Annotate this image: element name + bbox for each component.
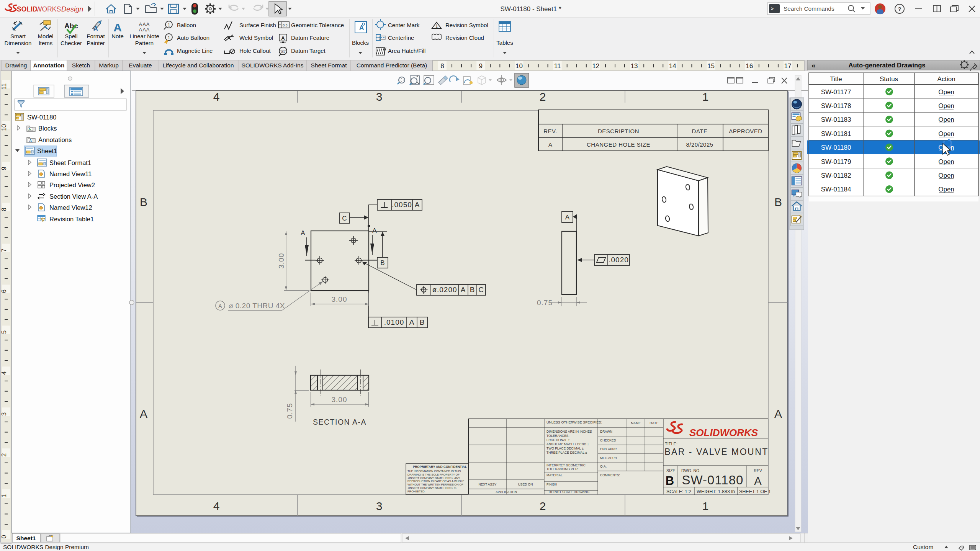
svg-text:13: 13	[631, 62, 638, 70]
svg-text:Pattern: Pattern	[135, 40, 154, 46]
svg-text:BAR - VALVE MOUNT: BAR - VALVE MOUNT	[664, 447, 769, 457]
svg-text:Dimension: Dimension	[5, 40, 32, 46]
svg-text:AAA: AAA	[139, 27, 150, 33]
svg-text:⌀ 0.20 THRU 4X: ⌀ 0.20 THRU 4X	[229, 302, 285, 310]
svg-text:Surface Finish: Surface Finish	[239, 22, 276, 28]
svg-text:4: 4	[213, 500, 220, 512]
svg-text:PROPRIETARY AND CONFIDENTIAL: PROPRIETARY AND CONFIDENTIAL	[413, 465, 467, 469]
svg-text:Items: Items	[39, 40, 53, 46]
svg-text:4: 4	[1, 371, 7, 375]
svg-text:Open: Open	[938, 116, 954, 123]
svg-text:TWO PLACE DECIMAL ±: TWO PLACE DECIMAL ±	[546, 446, 584, 450]
svg-text:PROHIBITED.: PROHIBITED.	[407, 490, 425, 493]
svg-text:Linear Note: Linear Note	[129, 33, 159, 39]
svg-text:8: 8	[1, 208, 7, 211]
svg-text:B: B	[140, 196, 147, 208]
svg-text:A: A	[565, 214, 570, 221]
svg-text:Format: Format	[87, 33, 105, 39]
svg-text:SCALE: 1:2: SCALE: 1:2	[666, 489, 691, 494]
svg-text:Open: Open	[938, 158, 954, 165]
svg-text:DATE: DATE	[650, 421, 658, 425]
svg-text:Title: Title	[830, 75, 842, 83]
svg-text:Weld Symbol: Weld Symbol	[239, 34, 273, 41]
svg-text:Revision Cloud: Revision Cloud	[445, 34, 484, 41]
svg-text:3.00: 3.00	[332, 396, 347, 404]
svg-text:SW-01178: SW-01178	[821, 102, 851, 110]
svg-text:TOLERANCES:: TOLERANCES:	[546, 434, 569, 438]
svg-text:DIMENSIONS ARE IN INCHES: DIMENSIONS ARE IN INCHES	[546, 430, 592, 433]
svg-text:INTERPRET GEOMETRIC: INTERPRET GEOMETRIC	[546, 463, 586, 467]
svg-text:APPLICATION: APPLICATION	[496, 490, 517, 494]
svg-text:11: 11	[1, 83, 7, 90]
svg-text:3: 3	[1, 412, 7, 416]
svg-text:>_: >_	[771, 6, 776, 11]
svg-text:Note: Note	[111, 33, 124, 39]
svg-text:Design: Design	[61, 5, 83, 13]
svg-text:MFG APPR.: MFG APPR.	[600, 456, 618, 460]
svg-text:A: A	[218, 303, 222, 309]
svg-text:A: A	[774, 407, 782, 420]
svg-text:.0020: .0020	[609, 256, 629, 264]
svg-text:SW-01182: SW-01182	[821, 172, 851, 179]
svg-text:10: 10	[515, 62, 523, 70]
svg-text:TOLERANCING PER:: TOLERANCING PER:	[546, 467, 578, 471]
svg-text:Search Commands: Search Commands	[784, 5, 834, 12]
svg-text:C: C	[342, 215, 347, 222]
svg-text:Evaluate: Evaluate	[129, 62, 152, 69]
svg-text:Open: Open	[938, 172, 954, 179]
svg-text:THREE PLACE DECIMAL ±: THREE PLACE DECIMAL ±	[546, 451, 587, 455]
svg-text:1: 1	[168, 35, 170, 40]
svg-text:Action: Action	[937, 75, 955, 83]
svg-text:WORKS: WORKS	[36, 5, 61, 13]
svg-text:SW-01180: SW-01180	[27, 114, 56, 121]
svg-text:ANGULAR: MACH ± BEND ±: ANGULAR: MACH ± BEND ±	[546, 442, 589, 446]
svg-text:DWG. NO.: DWG. NO.	[681, 468, 700, 473]
svg-text:Open: Open	[938, 102, 954, 110]
svg-text:Geometric Tolerance: Geometric Tolerance	[291, 22, 344, 28]
svg-text:C: C	[478, 286, 484, 294]
svg-text:1: 1	[435, 24, 438, 28]
svg-text:8: 8	[440, 62, 444, 70]
svg-text:Drawing: Drawing	[5, 62, 27, 69]
svg-text:0.75: 0.75	[537, 299, 553, 307]
svg-text:0.75: 0.75	[286, 403, 294, 419]
svg-text:9: 9	[1, 167, 7, 170]
svg-text:11: 11	[554, 62, 561, 70]
svg-text:Center Mark: Center Mark	[388, 22, 420, 28]
svg-text:Smart: Smart	[10, 33, 26, 39]
svg-text:Auto Balloon: Auto Balloon	[177, 34, 209, 41]
svg-text:A: A	[461, 286, 466, 294]
svg-text:A: A	[409, 318, 415, 326]
svg-text:FRACTIONAL ±: FRACTIONAL ±	[546, 438, 570, 442]
svg-text:DRAWING IS THE SOLE PROPERTY O: DRAWING IS THE SOLE PROPERTY OF	[407, 473, 460, 476]
svg-text:COMMENTS:: COMMENTS:	[600, 473, 620, 477]
svg-text:Annotation: Annotation	[33, 62, 65, 69]
svg-text:DRAWN: DRAWN	[600, 430, 612, 433]
svg-text:SOLIDWORKS Add-Ins: SOLIDWORKS Add-Ins	[242, 62, 304, 69]
svg-text:17: 17	[784, 62, 792, 70]
svg-text:ENG APPR.: ENG APPR.	[600, 447, 618, 451]
svg-text:Q.A.: Q.A.	[600, 464, 607, 468]
svg-text:WEIGHT: 1.883 lb: WEIGHT: 1.883 lb	[697, 489, 735, 494]
svg-text:0: 0	[1, 535, 7, 538]
svg-text:A: A	[281, 35, 285, 41]
svg-text:Named View12: Named View12	[49, 204, 92, 211]
svg-text:NAME: NAME	[631, 421, 641, 425]
svg-text:A1: A1	[281, 50, 285, 54]
svg-text:Datum Target: Datum Target	[291, 47, 326, 54]
svg-text:<INSERT COMPANY NAME HERE> IS: <INSERT COMPANY NAME HERE> IS	[407, 486, 456, 490]
svg-text:7: 7	[1, 249, 7, 252]
svg-text:A: A	[140, 407, 147, 420]
svg-text:3: 3	[376, 500, 383, 512]
svg-text:A: A	[301, 229, 305, 237]
svg-text:REV.: REV.	[543, 128, 557, 134]
svg-text:3.00: 3.00	[277, 253, 285, 269]
svg-text:CHECKED: CHECKED	[600, 438, 616, 442]
svg-text:A: A	[113, 21, 122, 34]
svg-text:B: B	[774, 196, 782, 208]
svg-text:?: ?	[898, 6, 901, 12]
svg-text:1: 1	[702, 500, 709, 512]
svg-text:SECTION A-A: SECTION A-A	[313, 418, 366, 426]
svg-text:Section View A-A: Section View A-A	[49, 193, 98, 200]
svg-text:14: 14	[669, 62, 676, 70]
